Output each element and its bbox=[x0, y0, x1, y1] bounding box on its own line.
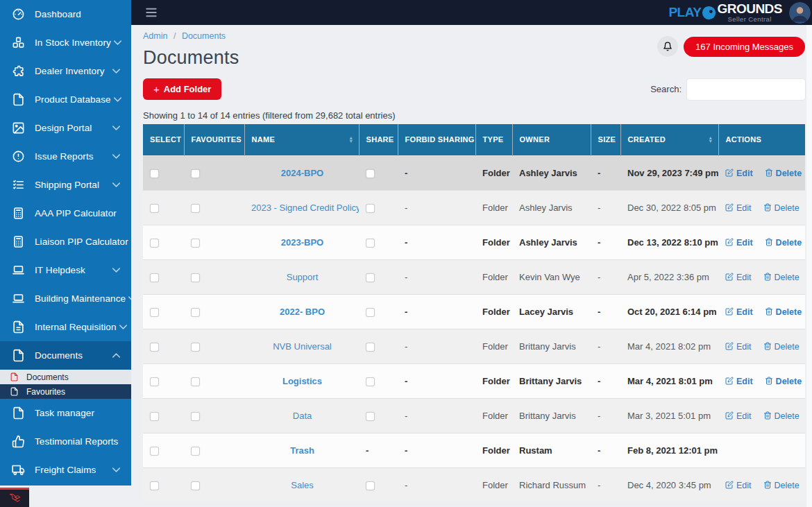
column-header-actions[interactable]: ACTIONS bbox=[718, 124, 805, 155]
alert-circle-icon bbox=[12, 150, 25, 163]
share-checkbox[interactable] bbox=[366, 308, 375, 317]
sidebar-item-task-manager[interactable]: Task manager bbox=[0, 399, 131, 427]
delete-button[interactable]: Delete bbox=[765, 169, 802, 178]
sidebar-item-testimonial-reports[interactable]: Testimonial Reports bbox=[0, 427, 131, 456]
column-header-created[interactable]: CREATED▲▼ bbox=[620, 124, 718, 155]
select-checkbox[interactable] bbox=[150, 447, 159, 456]
delete-label: Delete bbox=[775, 203, 800, 213]
favourite-checkbox[interactable] bbox=[191, 412, 200, 421]
share-checkbox[interactable] bbox=[366, 204, 375, 213]
column-header-forbid-sharing[interactable]: FORBID SHARING bbox=[398, 124, 475, 155]
column-header-name[interactable]: NAME▲▼ bbox=[244, 124, 359, 155]
delete-button[interactable]: Delete bbox=[763, 342, 800, 352]
sidebar-item-aaa-pip-calculator[interactable]: AAA PIP Calculator bbox=[0, 199, 131, 227]
select-checkbox[interactable] bbox=[150, 412, 159, 421]
edit-button[interactable]: Edit bbox=[725, 342, 752, 352]
favourite-checkbox[interactable] bbox=[191, 377, 200, 386]
share-checkbox[interactable] bbox=[366, 239, 375, 248]
delete-button[interactable]: Delete bbox=[763, 481, 800, 490]
sidebar-subitem-documents[interactable]: Documents bbox=[0, 370, 131, 384]
share-checkbox[interactable] bbox=[366, 412, 375, 421]
user-avatar[interactable] bbox=[789, 2, 811, 24]
share-checkbox[interactable] bbox=[366, 377, 375, 386]
folder-link[interactable]: Support bbox=[287, 272, 319, 282]
share-checkbox[interactable] bbox=[366, 273, 375, 282]
edit-button[interactable]: Edit bbox=[725, 203, 752, 213]
delete-button[interactable]: Delete bbox=[765, 377, 802, 386]
folder-link[interactable]: Logistics bbox=[282, 376, 322, 386]
select-checkbox[interactable] bbox=[150, 204, 159, 213]
sidebar-item-design-portal[interactable]: Design Portal bbox=[0, 114, 131, 142]
scrollbar[interactable] bbox=[806, 25, 812, 507]
breadcrumb-admin[interactable]: Admin bbox=[143, 31, 167, 41]
sort-arrows-icon[interactable]: ▲▼ bbox=[708, 136, 713, 143]
sidebar-item-dealer-inventory[interactable]: Dealer Inventory bbox=[0, 57, 131, 85]
edit-button[interactable]: Edit bbox=[725, 169, 753, 178]
column-header-select[interactable]: SELECT bbox=[143, 124, 184, 155]
breadcrumb-separator: / bbox=[174, 31, 176, 41]
sidebar-item-building-maintenance[interactable]: Building Maintenance bbox=[0, 284, 131, 313]
edit-button[interactable]: Edit bbox=[725, 377, 753, 386]
column-header-type[interactable]: TYPE bbox=[475, 124, 512, 155]
sidebar-item-product-database[interactable]: Product Database bbox=[0, 85, 131, 114]
notifications-bell-button[interactable] bbox=[657, 36, 678, 57]
select-checkbox[interactable] bbox=[150, 481, 159, 490]
column-header-owner[interactable]: OWNER bbox=[512, 124, 591, 155]
sidebar-item-it-helpdesk[interactable]: IT Helpdesk bbox=[0, 256, 131, 284]
search-input[interactable] bbox=[687, 79, 805, 100]
select-checkbox[interactable] bbox=[150, 239, 159, 248]
sidebar-item-freight-claims[interactable]: Freight Claims bbox=[0, 456, 131, 484]
edit-button[interactable]: Edit bbox=[725, 307, 753, 317]
column-header-favourites[interactable]: FAVOURITES bbox=[184, 124, 244, 155]
sidebar-subitem-favourites[interactable]: Favourites bbox=[0, 384, 131, 399]
favourite-checkbox[interactable] bbox=[191, 239, 200, 248]
favourite-checkbox[interactable] bbox=[191, 273, 200, 282]
share-checkbox[interactable] bbox=[366, 343, 375, 352]
delete-button[interactable]: Delete bbox=[763, 411, 800, 421]
sidebar-item-internal-requisition[interactable]: Internal Requisition bbox=[0, 313, 131, 341]
hamburger-menu-button[interactable] bbox=[144, 6, 159, 19]
folder-link[interactable]: 2024-BPO bbox=[281, 168, 323, 178]
sidebar-item-liaison-pip-calculator[interactable]: Liaison PIP Calculator bbox=[0, 227, 131, 256]
add-folder-button[interactable]: + Add Folder bbox=[143, 78, 221, 100]
edit-button[interactable]: Edit bbox=[725, 273, 752, 282]
sidebar-item-dashboard[interactable]: Dashboard bbox=[0, 0, 131, 28]
folder-link[interactable]: 2022- BPO bbox=[280, 307, 325, 317]
incoming-messages-button[interactable]: 167 Incoming Messages bbox=[684, 37, 805, 57]
select-checkbox[interactable] bbox=[150, 169, 159, 178]
share-checkbox[interactable] bbox=[366, 169, 375, 178]
favourite-checkbox[interactable] bbox=[191, 343, 200, 352]
select-checkbox[interactable] bbox=[150, 308, 159, 317]
folder-link[interactable]: Sales bbox=[291, 480, 314, 490]
delete-button[interactable]: Delete bbox=[765, 307, 802, 317]
favourite-checkbox[interactable] bbox=[191, 169, 200, 178]
sidebar-item-shipping-portal[interactable]: Shipping Portal bbox=[0, 171, 131, 199]
favourite-checkbox[interactable] bbox=[191, 481, 200, 490]
folder-link[interactable]: NVB Universal bbox=[273, 341, 332, 352]
sidebar-item-issue-reports[interactable]: Issue Reports bbox=[0, 142, 131, 171]
folder-link[interactable]: Data bbox=[293, 411, 312, 421]
edit-button[interactable]: Edit bbox=[725, 238, 753, 248]
select-checkbox[interactable] bbox=[150, 343, 159, 352]
edit-button[interactable]: Edit bbox=[725, 481, 752, 490]
folder-link[interactable]: Trash bbox=[290, 445, 314, 456]
delete-button[interactable]: Delete bbox=[763, 203, 800, 213]
select-checkbox[interactable] bbox=[150, 273, 159, 282]
column-header-size[interactable]: SIZE bbox=[591, 124, 620, 155]
sidebar-item-documents[interactable]: Documents bbox=[0, 341, 131, 370]
column-header-share[interactable]: SHARE bbox=[359, 124, 398, 155]
select-checkbox[interactable] bbox=[150, 377, 159, 386]
page-title: Documents bbox=[143, 47, 239, 69]
sidebar-item-in-stock-inventory[interactable]: In Stock Inventory bbox=[0, 28, 131, 57]
folder-link[interactable]: 2023-BPO bbox=[281, 237, 323, 248]
delete-button[interactable]: Delete bbox=[765, 238, 802, 248]
edit-button[interactable]: Edit bbox=[725, 411, 752, 421]
share-checkbox[interactable] bbox=[366, 481, 375, 490]
favourite-checkbox[interactable] bbox=[191, 204, 200, 213]
delete-button[interactable]: Delete bbox=[763, 273, 800, 282]
folder-link[interactable]: 2023 - Signed Credit Policy bbox=[251, 203, 359, 213]
breadcrumb-documents[interactable]: Documents bbox=[182, 31, 226, 41]
favourite-checkbox[interactable] bbox=[191, 308, 200, 317]
favourite-checkbox[interactable] bbox=[191, 447, 200, 456]
sort-arrows-icon[interactable]: ▲▼ bbox=[348, 136, 353, 143]
